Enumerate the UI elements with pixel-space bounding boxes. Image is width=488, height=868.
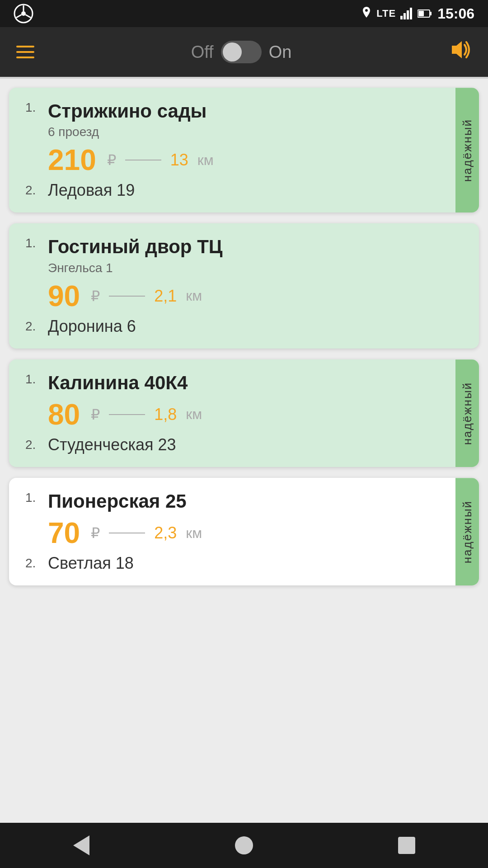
stop2-num-1: 2. xyxy=(25,183,48,198)
bottom-navigation xyxy=(0,823,488,868)
order-card-3[interactable]: 1. Калинина 40К4 80 ₽ 1,8 км 2. Студенче… xyxy=(9,359,479,467)
stop2-title-2: Доронина 6 xyxy=(48,317,136,336)
stop2-row-2: 2. Доронина 6 xyxy=(25,317,465,336)
stop1-subtitle-1: 6 проезд xyxy=(48,125,442,139)
svg-rect-5 xyxy=(400,16,403,19)
stop2-title-1: Ледовая 19 xyxy=(48,181,135,200)
battery-icon xyxy=(418,9,432,18)
stop1-num-3: 1. xyxy=(25,372,48,387)
location-icon xyxy=(361,7,372,20)
price-row-4: 70 ₽ 2,3 км xyxy=(48,519,442,547)
hamburger-menu-button[interactable] xyxy=(16,46,34,58)
stop1-row-4: 1. Пионерская 25 xyxy=(25,491,442,512)
order-card-4[interactable]: 1. Пионерская 25 70 ₽ 2,3 км 2. Светлая … xyxy=(9,478,479,585)
price-row-3: 80 ₽ 1,8 км xyxy=(48,400,442,429)
stop1-row-2: 1. Гостиный двор ТЦ xyxy=(25,236,465,258)
signal-icon xyxy=(400,8,413,19)
stop1-title-2: Гостиный двор ТЦ xyxy=(48,236,223,258)
toggle-on-label: On xyxy=(269,42,292,62)
stop1-title-3: Калинина 40К4 xyxy=(48,372,188,394)
stop2-title-3: Студенческая 23 xyxy=(48,435,176,454)
distance-amount-2: 2,1 xyxy=(154,287,177,306)
lte-indicator: LTE xyxy=(376,8,396,19)
price-amount-2: 90 xyxy=(48,282,80,311)
price-currency-1: ₽ xyxy=(107,151,116,169)
status-bar-right: LTE 15:06 xyxy=(361,5,474,22)
price-amount-4: 70 xyxy=(48,519,80,547)
distance-amount-4: 2,3 xyxy=(154,524,177,542)
stop1-title-1: Стрижкино сады xyxy=(48,100,206,122)
distance-unit-2: км xyxy=(186,288,202,304)
svg-rect-6 xyxy=(404,13,406,19)
order-card-body-4: 1. Пионерская 25 70 ₽ 2,3 км 2. Светлая … xyxy=(9,478,455,585)
status-bar-left xyxy=(14,4,33,24)
divider xyxy=(0,77,488,79)
svg-rect-10 xyxy=(430,12,432,15)
svg-rect-11 xyxy=(418,11,424,16)
status-bar: LTE 15:06 xyxy=(0,0,488,27)
order-card-body-3: 1. Калинина 40К4 80 ₽ 1,8 км 2. Студенче… xyxy=(9,359,455,467)
price-row-2: 90 ₽ 2,1 км xyxy=(48,282,465,311)
stop2-row-1: 2. Ледовая 19 xyxy=(25,181,442,200)
clock-display: 15:06 xyxy=(437,5,474,22)
stop1-subtitle-2: Энгельса 1 xyxy=(48,261,465,275)
stop1-row-3: 1. Калинина 40К4 xyxy=(25,372,442,394)
price-currency-3: ₽ xyxy=(91,406,100,423)
stop2-num-2: 2. xyxy=(25,319,48,334)
svg-rect-7 xyxy=(407,10,409,19)
back-icon xyxy=(73,835,89,855)
svg-line-4 xyxy=(26,15,31,18)
svg-rect-8 xyxy=(410,8,412,19)
price-amount-3: 80 xyxy=(48,400,80,429)
price-line-3 xyxy=(109,414,145,415)
stop1-num-2: 1. xyxy=(25,236,48,250)
status-icons: LTE xyxy=(361,7,432,20)
distance-unit-4: км xyxy=(186,525,202,542)
price-line-1 xyxy=(125,160,161,160)
distance-unit-1: км xyxy=(197,152,214,169)
distance-unit-3: км xyxy=(186,406,202,423)
sound-button[interactable] xyxy=(448,39,472,65)
stop1-num-4: 1. xyxy=(25,491,48,505)
order-tag-4: надёжный xyxy=(455,478,479,585)
price-currency-4: ₽ xyxy=(91,524,100,542)
on-off-toggle[interactable] xyxy=(221,41,262,63)
order-tag-1: надёжный xyxy=(455,88,479,212)
order-card-2[interactable]: 1. Гостиный двор ТЦ Энгельса 1 90 ₽ 2,1 … xyxy=(9,223,479,348)
order-card-1[interactable]: 1. Стрижкино сады 6 проезд 210 ₽ 13 км 2… xyxy=(9,88,479,212)
svg-point-1 xyxy=(21,11,26,16)
toggle-container: Off On xyxy=(191,41,292,63)
stop2-num-4: 2. xyxy=(25,556,48,571)
stop2-num-3: 2. xyxy=(25,438,48,452)
toggle-off-label: Off xyxy=(191,42,214,62)
stop1-num-1: 1. xyxy=(25,100,48,115)
steering-wheel-icon xyxy=(14,4,33,24)
home-button[interactable] xyxy=(226,832,262,859)
recents-icon xyxy=(398,837,415,854)
order-card-body-2: 1. Гостиный двор ТЦ Энгельса 1 90 ₽ 2,1 … xyxy=(9,223,479,348)
price-row-1: 210 ₽ 13 км xyxy=(48,146,442,175)
price-line-4 xyxy=(109,533,145,533)
stop1-row-1: 1. Стрижкино сады xyxy=(25,100,442,122)
recents-button[interactable] xyxy=(389,832,425,859)
svg-marker-12 xyxy=(452,41,462,58)
svg-line-3 xyxy=(16,15,22,18)
home-icon xyxy=(235,836,253,854)
stop2-row-3: 2. Студенческая 23 xyxy=(25,435,442,454)
top-bar: Off On xyxy=(0,27,488,77)
stop1-title-4: Пионерская 25 xyxy=(48,491,187,512)
order-tag-3: надёжный xyxy=(455,359,479,467)
orders-list: 1. Стрижкино сады 6 проезд 210 ₽ 13 км 2… xyxy=(0,79,488,823)
stop2-title-4: Светлая 18 xyxy=(48,554,134,573)
order-card-body-1: 1. Стрижкино сады 6 проезд 210 ₽ 13 км 2… xyxy=(9,88,455,212)
price-line-2 xyxy=(109,296,145,297)
distance-amount-3: 1,8 xyxy=(154,405,177,424)
price-amount-1: 210 xyxy=(48,146,96,175)
distance-amount-1: 13 xyxy=(170,151,188,170)
stop2-row-4: 2. Светлая 18 xyxy=(25,554,442,573)
back-button[interactable] xyxy=(63,832,99,859)
price-currency-2: ₽ xyxy=(91,288,100,305)
